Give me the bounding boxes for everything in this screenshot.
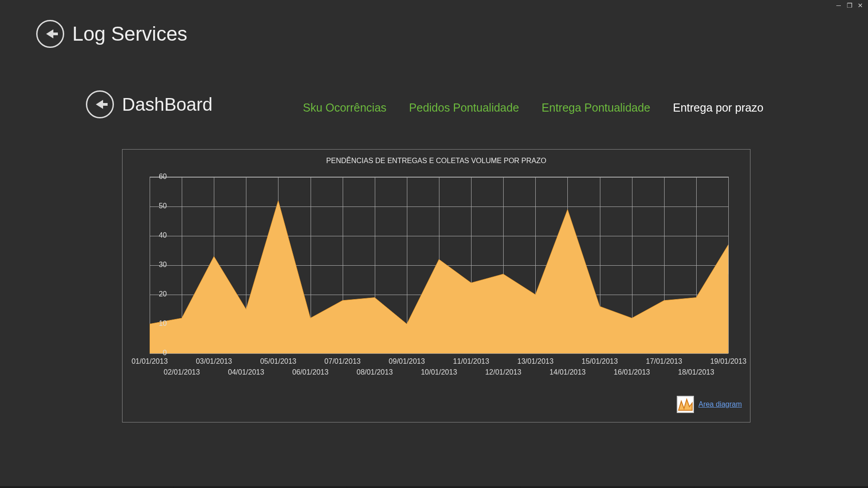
y-tick-label: 50 [159,202,167,210]
x-tick-label: 05/01/2013 [260,357,296,366]
chart-plot-area [150,177,729,353]
area-series [150,177,728,353]
x-tick-label: 06/01/2013 [292,368,329,376]
legend-link-area-diagram[interactable]: Area diagram [698,400,742,408]
tab-entrega-por-prazo[interactable]: Entrega por prazo [673,101,764,114]
chart-title: PENDÊNCIAS DE ENTREGAS E COLETAS VOLUME … [123,150,750,165]
x-tick-label: 14/01/2013 [549,368,585,376]
x-tick-label: 13/01/2013 [517,357,553,366]
x-tick-label: 17/01/2013 [646,357,682,366]
app-title: Log Services [72,23,187,45]
x-tick-label: 04/01/2013 [228,368,264,376]
y-tick-label: 40 [159,231,167,239]
x-tick-label: 01/01/2013 [132,357,168,366]
y-tick-label: 0 [163,349,167,357]
arrow-left-icon [96,100,103,109]
minimize-button[interactable]: ─ [834,1,844,10]
svg-marker-0 [679,399,692,410]
back-button-page[interactable] [86,90,114,118]
area-diagram-icon [677,396,694,413]
app-header: Log Services [36,20,187,48]
y-tick-label: 10 [159,319,167,328]
x-tick-label: 09/01/2013 [389,357,425,366]
back-button-app[interactable] [36,20,64,48]
x-tick-label: 10/01/2013 [421,368,457,376]
x-tick-label: 07/01/2013 [325,357,361,366]
page-header: DashBoard [86,90,212,118]
window-titlebar: ─ ❐ ✕ [865,0,868,12]
y-tick-label: 60 [159,173,167,181]
tab-sku-ocorrencias[interactable]: Sku Ocorrências [303,101,387,114]
x-tick-label: 18/01/2013 [678,368,714,376]
y-tick-label: 20 [159,290,167,298]
x-tick-label: 16/01/2013 [614,368,650,376]
taskbar [0,486,868,488]
x-tick-label: 15/01/2013 [582,357,618,366]
y-tick-label: 30 [159,261,167,269]
page-title: DashBoard [122,94,212,115]
x-tick-label: 02/01/2013 [164,368,200,376]
close-button[interactable]: ✕ [855,1,865,10]
x-tick-label: 08/01/2013 [357,368,393,376]
x-tick-label: 03/01/2013 [196,357,232,366]
x-tick-label: 11/01/2013 [453,357,489,366]
chart-legend: Area diagram [677,396,742,413]
chart-panel: PENDÊNCIAS DE ENTREGAS E COLETAS VOLUME … [122,149,750,422]
x-tick-label: 19/01/2013 [710,357,746,366]
x-tick-label: 12/01/2013 [485,368,521,376]
arrow-left-icon [46,29,53,38]
maximize-button[interactable]: ❐ [844,1,854,10]
tab-bar: Sku Ocorrências Pedidos Pontualidade Ent… [303,101,764,114]
tab-pedidos-pontualidade[interactable]: Pedidos Pontualidade [409,101,519,114]
tab-entrega-pontualidade[interactable]: Entrega Pontualidade [542,101,650,114]
